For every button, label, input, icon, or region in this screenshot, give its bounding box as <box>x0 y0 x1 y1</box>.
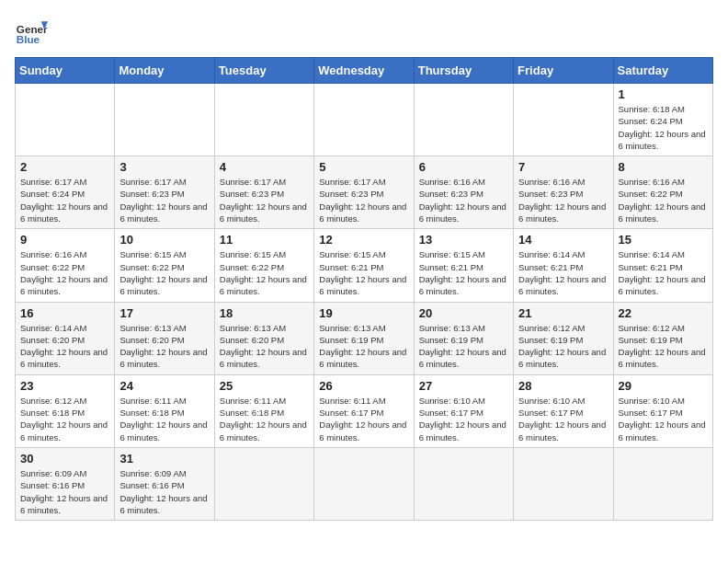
day-info: Sunrise: 6:11 AM Sunset: 6:18 PM Dayligh… <box>220 395 309 443</box>
calendar-cell: 10Sunrise: 6:15 AM Sunset: 6:22 PM Dayli… <box>115 229 214 302</box>
day-info: Sunrise: 6:17 AM Sunset: 6:23 PM Dayligh… <box>319 176 408 224</box>
calendar-cell <box>414 84 513 156</box>
day-number: 19 <box>319 306 408 320</box>
calendar-cell: 25Sunrise: 6:11 AM Sunset: 6:18 PM Dayli… <box>214 374 313 447</box>
day-info: Sunrise: 6:16 AM Sunset: 6:23 PM Dayligh… <box>419 176 508 224</box>
weekday-header-wednesday: Wednesday <box>314 58 414 84</box>
calendar-cell <box>514 447 613 520</box>
calendar-cell: 21Sunrise: 6:12 AM Sunset: 6:19 PM Dayli… <box>514 302 613 374</box>
week-row-5: 23Sunrise: 6:12 AM Sunset: 6:18 PM Dayli… <box>16 374 713 447</box>
day-info: Sunrise: 6:17 AM Sunset: 6:23 PM Dayligh… <box>119 176 209 224</box>
day-info: Sunrise: 6:13 AM Sunset: 6:20 PM Dayligh… <box>119 322 209 371</box>
calendar-cell <box>115 84 214 156</box>
day-info: Sunrise: 6:15 AM Sunset: 6:21 PM Dayligh… <box>419 248 508 297</box>
day-number: 16 <box>20 306 109 320</box>
day-info: Sunrise: 6:15 AM Sunset: 6:21 PM Dayligh… <box>319 248 408 297</box>
day-number: 24 <box>119 379 209 393</box>
day-info: Sunrise: 6:13 AM Sunset: 6:20 PM Dayligh… <box>220 322 309 371</box>
day-info: Sunrise: 6:16 AM Sunset: 6:22 PM Dayligh… <box>20 248 109 297</box>
calendar-cell: 18Sunrise: 6:13 AM Sunset: 6:20 PM Dayli… <box>214 302 313 374</box>
day-number: 30 <box>20 452 109 465</box>
day-info: Sunrise: 6:11 AM Sunset: 6:17 PM Dayligh… <box>319 395 408 443</box>
day-info: Sunrise: 6:18 AM Sunset: 6:24 PM Dayligh… <box>619 103 708 152</box>
day-info: Sunrise: 6:16 AM Sunset: 6:22 PM Dayligh… <box>619 176 708 224</box>
calendar-cell <box>314 447 414 520</box>
day-number: 13 <box>419 233 508 247</box>
calendar-body: 1Sunrise: 6:18 AM Sunset: 6:24 PM Daylig… <box>16 84 713 521</box>
day-number: 27 <box>419 379 508 393</box>
calendar-cell: 9Sunrise: 6:16 AM Sunset: 6:22 PM Daylig… <box>16 229 115 302</box>
day-number: 20 <box>419 306 508 320</box>
week-row-4: 16Sunrise: 6:14 AM Sunset: 6:20 PM Dayli… <box>16 302 713 374</box>
day-info: Sunrise: 6:17 AM Sunset: 6:23 PM Dayligh… <box>220 176 309 224</box>
day-info: Sunrise: 6:17 AM Sunset: 6:24 PM Dayligh… <box>20 176 109 224</box>
weekday-header-row: SundayMondayTuesdayWednesdayThursdayFrid… <box>16 58 713 84</box>
weekday-header-sunday: Sunday <box>16 58 115 84</box>
calendar-cell: 14Sunrise: 6:14 AM Sunset: 6:21 PM Dayli… <box>514 229 613 302</box>
day-info: Sunrise: 6:10 AM Sunset: 6:17 PM Dayligh… <box>518 395 608 443</box>
calendar-cell: 26Sunrise: 6:11 AM Sunset: 6:17 PM Dayli… <box>314 374 414 447</box>
calendar-cell <box>214 447 313 520</box>
calendar: SundayMondayTuesdayWednesdayThursdayFrid… <box>15 57 713 521</box>
day-info: Sunrise: 6:15 AM Sunset: 6:22 PM Dayligh… <box>119 248 209 297</box>
day-number: 1 <box>619 87 708 101</box>
weekday-header-saturday: Saturday <box>613 58 712 84</box>
calendar-cell <box>16 84 115 156</box>
calendar-cell: 17Sunrise: 6:13 AM Sunset: 6:20 PM Dayli… <box>115 302 214 374</box>
header: General Blue <box>15 15 713 48</box>
day-info: Sunrise: 6:10 AM Sunset: 6:17 PM Dayligh… <box>619 395 708 443</box>
day-number: 6 <box>419 160 508 174</box>
day-info: Sunrise: 6:13 AM Sunset: 6:19 PM Dayligh… <box>419 322 508 371</box>
logo-icon: General Blue <box>15 15 48 48</box>
weekday-header-tuesday: Tuesday <box>214 58 313 84</box>
day-number: 12 <box>319 233 408 247</box>
day-info: Sunrise: 6:13 AM Sunset: 6:19 PM Dayligh… <box>319 322 408 371</box>
day-info: Sunrise: 6:09 AM Sunset: 6:16 PM Dayligh… <box>119 467 209 516</box>
svg-text:Blue: Blue <box>17 33 40 45</box>
calendar-cell <box>514 84 613 156</box>
day-number: 31 <box>119 452 209 465</box>
calendar-cell: 6Sunrise: 6:16 AM Sunset: 6:23 PM Daylig… <box>414 156 513 229</box>
day-number: 9 <box>20 233 109 247</box>
calendar-cell: 1Sunrise: 6:18 AM Sunset: 6:24 PM Daylig… <box>613 84 712 156</box>
calendar-cell: 19Sunrise: 6:13 AM Sunset: 6:19 PM Dayli… <box>314 302 414 374</box>
day-number: 25 <box>220 379 309 393</box>
calendar-cell: 2Sunrise: 6:17 AM Sunset: 6:24 PM Daylig… <box>16 156 115 229</box>
calendar-cell: 22Sunrise: 6:12 AM Sunset: 6:19 PM Dayli… <box>613 302 712 374</box>
calendar-cell: 29Sunrise: 6:10 AM Sunset: 6:17 PM Dayli… <box>613 374 712 447</box>
calendar-cell: 27Sunrise: 6:10 AM Sunset: 6:17 PM Dayli… <box>414 374 513 447</box>
day-number: 17 <box>119 306 209 320</box>
calendar-cell: 8Sunrise: 6:16 AM Sunset: 6:22 PM Daylig… <box>613 156 712 229</box>
calendar-cell: 31Sunrise: 6:09 AM Sunset: 6:16 PM Dayli… <box>115 447 214 520</box>
calendar-cell: 15Sunrise: 6:14 AM Sunset: 6:21 PM Dayli… <box>613 229 712 302</box>
day-info: Sunrise: 6:09 AM Sunset: 6:16 PM Dayligh… <box>20 467 109 516</box>
day-info: Sunrise: 6:14 AM Sunset: 6:20 PM Dayligh… <box>20 322 109 371</box>
week-row-2: 2Sunrise: 6:17 AM Sunset: 6:24 PM Daylig… <box>16 156 713 229</box>
weekday-header-friday: Friday <box>514 58 613 84</box>
weekday-header-monday: Monday <box>115 58 214 84</box>
day-number: 29 <box>619 379 708 393</box>
day-info: Sunrise: 6:16 AM Sunset: 6:23 PM Dayligh… <box>518 176 608 224</box>
day-number: 28 <box>518 379 608 393</box>
day-number: 3 <box>119 160 209 174</box>
day-number: 4 <box>220 160 309 174</box>
weekday-header-thursday: Thursday <box>414 58 513 84</box>
day-number: 22 <box>619 306 708 320</box>
week-row-1: 1Sunrise: 6:18 AM Sunset: 6:24 PM Daylig… <box>16 84 713 156</box>
calendar-cell: 28Sunrise: 6:10 AM Sunset: 6:17 PM Dayli… <box>514 374 613 447</box>
calendar-cell <box>613 447 712 520</box>
calendar-cell: 7Sunrise: 6:16 AM Sunset: 6:23 PM Daylig… <box>514 156 613 229</box>
day-number: 2 <box>20 160 109 174</box>
week-row-6: 30Sunrise: 6:09 AM Sunset: 6:16 PM Dayli… <box>16 447 713 520</box>
calendar-cell: 12Sunrise: 6:15 AM Sunset: 6:21 PM Dayli… <box>314 229 414 302</box>
day-number: 26 <box>319 379 408 393</box>
day-info: Sunrise: 6:12 AM Sunset: 6:19 PM Dayligh… <box>518 322 608 371</box>
day-info: Sunrise: 6:11 AM Sunset: 6:18 PM Dayligh… <box>119 395 209 443</box>
day-number: 5 <box>319 160 408 174</box>
logo: General Blue <box>15 15 48 48</box>
calendar-cell: 30Sunrise: 6:09 AM Sunset: 6:16 PM Dayli… <box>16 447 115 520</box>
day-number: 18 <box>220 306 309 320</box>
day-number: 15 <box>619 233 708 247</box>
day-info: Sunrise: 6:12 AM Sunset: 6:19 PM Dayligh… <box>619 322 708 371</box>
day-info: Sunrise: 6:14 AM Sunset: 6:21 PM Dayligh… <box>619 248 708 297</box>
